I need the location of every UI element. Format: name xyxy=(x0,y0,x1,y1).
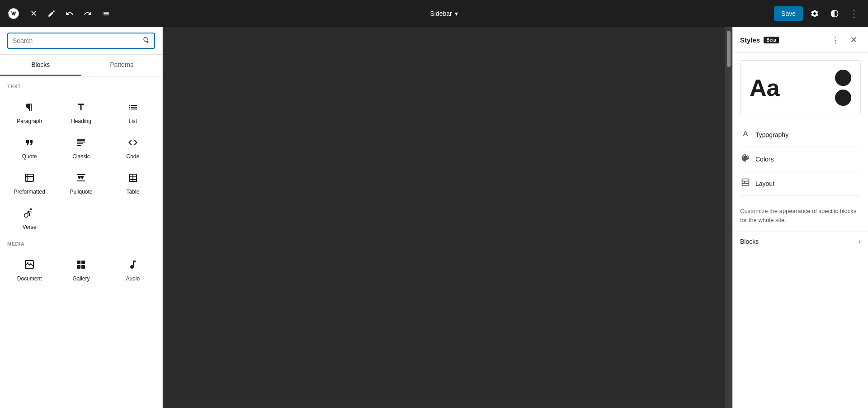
style-preview[interactable]: Aa xyxy=(740,60,861,115)
redo-button[interactable] xyxy=(80,5,96,22)
canvas-scrollbar[interactable] xyxy=(725,27,732,408)
paragraph-icon xyxy=(24,102,35,114)
layout-label: Layout xyxy=(755,180,774,187)
tabs: Blocks Patterns xyxy=(0,55,162,76)
svg-rect-14 xyxy=(81,265,85,269)
style-dot-dark2 xyxy=(835,90,851,106)
section-text-label: TEXT xyxy=(0,80,162,93)
settings-button[interactable] xyxy=(807,5,823,22)
block-quote[interactable]: Quote xyxy=(4,130,55,165)
contrast-icon xyxy=(830,9,839,18)
toolbar: ✕ Sidebar ▾ Save ⋮ xyxy=(0,0,868,27)
blocks-label: Blocks xyxy=(740,238,859,245)
colors-icon xyxy=(740,153,751,165)
colors-label: Colors xyxy=(755,156,774,163)
toolbar-right: Save ⋮ xyxy=(774,5,863,22)
search-icon[interactable] xyxy=(142,36,150,45)
style-options: Typography Colors Layout xyxy=(733,123,868,199)
block-pullquote[interactable]: Pullquote xyxy=(55,165,107,200)
search-area xyxy=(0,27,162,55)
pencil-icon xyxy=(47,9,56,18)
block-heading[interactable]: Heading xyxy=(55,95,107,130)
preformatted-icon xyxy=(24,172,35,185)
pullquote-icon xyxy=(75,172,86,185)
right-header: Styles Beta ⋮ ✕ xyxy=(733,27,868,53)
verse-icon xyxy=(24,208,35,220)
gallery-label: Gallery xyxy=(72,275,90,282)
block-audio[interactable]: Audio xyxy=(107,252,159,287)
typography-icon xyxy=(740,129,751,140)
svg-rect-12 xyxy=(81,261,85,264)
svg-rect-15 xyxy=(742,179,749,186)
wp-logo-icon xyxy=(7,7,20,20)
quote-icon xyxy=(24,137,35,150)
chevron-down-icon: ▾ xyxy=(455,10,458,17)
block-classic[interactable]: Classic xyxy=(55,130,107,165)
sidebar-label: Sidebar xyxy=(430,10,452,17)
blocks-row[interactable]: Blocks › xyxy=(733,232,868,251)
svg-rect-0 xyxy=(77,139,85,141)
edit-pencil-button[interactable] xyxy=(43,5,60,22)
audio-label: Audio xyxy=(126,275,140,282)
styles-close-button[interactable]: ✕ xyxy=(846,33,861,47)
block-gallery[interactable]: Gallery xyxy=(55,252,107,287)
gear-icon xyxy=(810,9,819,18)
chevron-right-icon: › xyxy=(859,237,861,246)
svg-rect-13 xyxy=(77,265,80,269)
list-icon xyxy=(127,102,138,114)
sidebar-view-button[interactable]: Sidebar ▾ xyxy=(425,7,463,20)
gallery-icon xyxy=(75,259,86,272)
styles-more-button[interactable]: ⋮ xyxy=(828,33,843,47)
svg-rect-3 xyxy=(77,145,81,146)
svg-rect-2 xyxy=(77,143,83,144)
svg-rect-4 xyxy=(25,174,33,181)
close-icon: ✕ xyxy=(850,35,857,45)
classic-icon xyxy=(75,137,86,150)
code-label: Code xyxy=(126,153,139,160)
save-button[interactable]: Save xyxy=(774,6,803,21)
search-input[interactable] xyxy=(13,37,139,44)
tools-menu-button[interactable] xyxy=(98,5,114,22)
toolbar-center: Sidebar ▾ xyxy=(116,7,772,20)
block-code[interactable]: Code xyxy=(107,130,159,165)
svg-rect-7 xyxy=(77,174,85,175)
more-options-button[interactable]: ⋮ xyxy=(846,5,863,22)
layout-option[interactable]: Layout xyxy=(740,171,861,196)
quote-label: Quote xyxy=(22,153,37,160)
redo-icon xyxy=(84,9,92,18)
tab-blocks[interactable]: Blocks xyxy=(0,55,81,76)
classic-label: Classic xyxy=(72,153,90,160)
tab-patterns[interactable]: Patterns xyxy=(81,55,163,76)
verse-label: Verse xyxy=(23,224,37,230)
svg-rect-8 xyxy=(77,180,85,181)
typography-label: Typography xyxy=(755,131,788,138)
undo-button[interactable] xyxy=(61,5,78,22)
style-dots xyxy=(835,70,851,106)
heading-icon xyxy=(75,102,86,114)
block-verse[interactable]: Verse xyxy=(4,200,55,236)
search-box xyxy=(7,33,155,49)
left-panel-wrapper: Blocks Patterns TEXT Paragraph xyxy=(0,27,163,408)
block-list[interactable]: List xyxy=(107,95,159,130)
more-icon: ⋮ xyxy=(849,8,859,19)
undo-icon xyxy=(66,9,74,18)
left-panel: Blocks Patterns TEXT Paragraph xyxy=(0,27,163,408)
block-table[interactable]: Table xyxy=(107,165,159,200)
more-vertical-icon: ⋮ xyxy=(831,35,840,45)
block-preformatted[interactable]: Preformatted xyxy=(4,165,55,200)
colors-option[interactable]: Colors xyxy=(740,147,861,171)
layout-icon xyxy=(740,178,751,189)
style-description: Customize the appearance of specific blo… xyxy=(733,199,868,232)
close-inserter-button[interactable]: ✕ xyxy=(25,5,42,22)
contrast-button[interactable] xyxy=(826,5,843,22)
svg-rect-11 xyxy=(77,261,80,264)
list-label: List xyxy=(128,118,137,124)
main-layout: Blocks Patterns TEXT Paragraph xyxy=(0,27,868,408)
wp-logo[interactable] xyxy=(5,5,22,22)
block-paragraph[interactable]: Paragraph xyxy=(4,95,55,130)
typography-option[interactable]: Typography xyxy=(740,123,861,147)
block-document[interactable]: Document xyxy=(4,252,55,287)
styles-title: Styles xyxy=(740,36,760,44)
preformatted-label: Preformatted xyxy=(14,189,45,195)
svg-rect-1 xyxy=(77,142,85,142)
